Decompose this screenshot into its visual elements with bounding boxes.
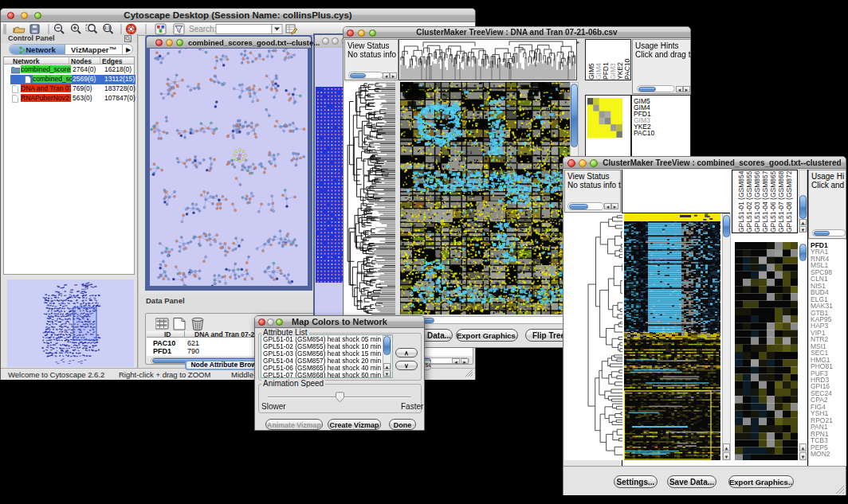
svg-text:GPL51-03 (GSM856): GPL51-03 (GSM856) (753, 170, 761, 232)
svg-text:GPL51-07 (GSM868): GPL51-07 (GSM868) (777, 170, 785, 232)
svg-text:GPL51-01 (GSM854): GPL51-01 (GSM854) (737, 170, 745, 232)
svg-text:GPL51-04 (GSM857): GPL51-04 (GSM857) (761, 170, 769, 232)
svg-text:GPL51-02 (GSM855): GPL51-02 (GSM855) (745, 170, 753, 232)
svg-text:1:1: 1:1 (104, 25, 111, 30)
svg-text:GPL51-08 (GSM872): GPL51-08 (GSM872) (785, 170, 793, 232)
svg-text:GPL51-06 (GSM865): GPL51-06 (GSM865) (769, 170, 777, 232)
svg-text:PAC10: PAC10 (623, 58, 631, 80)
svg-text:Search:: Search: (189, 25, 216, 33)
